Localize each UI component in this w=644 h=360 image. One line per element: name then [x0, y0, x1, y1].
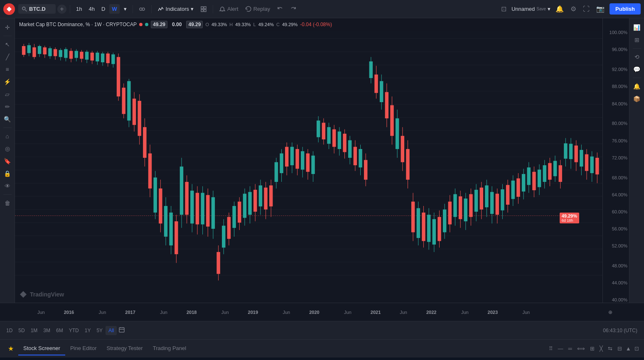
replay-button[interactable]: Replay	[243, 4, 273, 14]
date-range-button[interactable]	[117, 325, 127, 336]
alarm-icon[interactable]: 🔔	[554, 3, 565, 15]
svg-rect-90	[185, 182, 188, 215]
layouts-button[interactable]	[198, 4, 209, 14]
svg-rect-140	[317, 120, 320, 137]
settings-icon[interactable]: ⚙	[569, 3, 578, 15]
bookmark-tool[interactable]: ◎	[2, 143, 13, 154]
camera-icon[interactable]: 📷	[595, 3, 606, 15]
crosshair-tool[interactable]: ✛	[2, 22, 13, 33]
label-tool[interactable]: 👁	[2, 180, 13, 192]
footer-brand: OMP Finex	[0, 358, 644, 360]
undo-button[interactable]	[274, 4, 286, 14]
svg-rect-218	[522, 174, 525, 191]
time-axis: Jun 2016 Jun 2017 Jun 2018 Jun 2019 Jun …	[0, 303, 644, 321]
zoom-tool[interactable]: 🔍	[2, 113, 13, 125]
package-tool[interactable]: 📦	[631, 93, 643, 105]
draw-tool-cross[interactable]: ╳	[597, 344, 605, 353]
tab-pine-editor[interactable]: Pine Editor	[65, 342, 102, 355]
publish-button[interactable]: Publish	[610, 3, 641, 15]
unnamed-button[interactable]: Unnamed Save ▾	[511, 6, 551, 12]
period-5d[interactable]: 5D	[15, 326, 27, 335]
svg-rect-148	[338, 132, 341, 149]
price-badge-1: 49.29	[151, 21, 167, 28]
indicators-button[interactable]: Indicators ▾	[155, 4, 196, 14]
period-all[interactable]: All	[106, 326, 117, 335]
timeframe-d[interactable]: D	[99, 4, 108, 14]
grid-tool[interactable]: ⊞	[631, 34, 643, 46]
tradingview-watermark: TradingView	[19, 290, 64, 299]
open-label: O	[205, 22, 209, 27]
expand-icon[interactable]: ⛶	[581, 4, 591, 15]
svg-rect-78	[153, 177, 157, 212]
period-1y[interactable]: 1Y	[82, 326, 94, 335]
period-3m[interactable]: 3M	[40, 326, 53, 335]
timeframe-dropdown[interactable]: ▾	[121, 4, 129, 14]
svg-rect-178	[417, 208, 420, 238]
svg-rect-242	[585, 154, 588, 171]
svg-rect-226	[543, 165, 546, 182]
high-val: 49.33%	[235, 22, 251, 27]
fullscreen-icon[interactable]: ⊡	[499, 3, 508, 15]
time-label-2022: 2022	[426, 310, 436, 315]
draw-tool-steps[interactable]: ⊟	[615, 344, 624, 353]
draw-channel-tool[interactable]: ▱	[2, 88, 13, 100]
draw-ray-tool[interactable]: ⚡	[2, 76, 13, 88]
svg-rect-56	[96, 53, 99, 61]
lock-tool[interactable]: 🔖	[2, 155, 13, 167]
chat-tool[interactable]: 💬	[631, 64, 643, 75]
time-axis-icon[interactable]: ⊕	[608, 309, 612, 315]
favorite-button[interactable]: ★	[3, 341, 18, 356]
svg-rect-40	[54, 49, 57, 56]
eye-tool[interactable]: 🔒	[2, 168, 13, 179]
divider-2	[133, 5, 133, 13]
timeframe-4h[interactable]: 4h	[86, 4, 97, 14]
period-1d[interactable]: 1D	[3, 326, 15, 335]
draw-tool-dline[interactable]: ⟺	[575, 344, 587, 353]
svg-rect-138	[311, 156, 315, 174]
time-label-2017: 2017	[125, 310, 135, 315]
draw-tool-grid[interactable]: ⊞	[588, 344, 597, 353]
draw-horizontal-tool[interactable]: ≡	[2, 64, 13, 75]
symbol-search[interactable]: BTC.D	[18, 4, 56, 14]
period-ytd[interactable]: YTD	[66, 326, 82, 335]
tab-strategy-tester[interactable]: Strategy Tester	[101, 342, 147, 355]
draw-tool-hline[interactable]: ═	[566, 344, 574, 353]
period-5y[interactable]: 5Y	[93, 326, 106, 335]
period-6m[interactable]: 6M	[53, 326, 66, 335]
add-symbol-button[interactable]: +	[57, 5, 66, 14]
chart-type-tool[interactable]: 📊	[631, 22, 643, 33]
timeframe-w[interactable]: W	[109, 4, 119, 14]
collapse-up-button[interactable]: ▲	[624, 344, 633, 353]
time-label-jun18: Jun	[221, 310, 229, 315]
svg-rect-84	[169, 213, 172, 245]
tab-stock-screener[interactable]: Stock Screener	[18, 342, 65, 355]
svg-rect-162	[374, 75, 378, 93]
svg-rect-196	[464, 198, 467, 221]
svg-rect-142	[322, 123, 325, 140]
collapse-expand-button[interactable]: ⊡	[633, 344, 641, 353]
redo-button[interactable]	[288, 4, 299, 14]
period-1m[interactable]: 1M	[28, 326, 41, 335]
cursor-tool[interactable]: ↖	[2, 39, 13, 50]
draw-tool-line[interactable]: —	[556, 344, 565, 353]
time-label-2019: 2019	[248, 310, 258, 315]
svg-rect-232	[558, 165, 562, 182]
svg-rect-247	[119, 328, 124, 332]
alert-r-tool[interactable]: 🔔	[631, 81, 643, 92]
compare-button[interactable]	[136, 4, 148, 14]
svg-rect-152	[348, 140, 351, 158]
svg-rect-7	[204, 10, 206, 12]
draw-line-tool[interactable]: ╱	[2, 51, 13, 63]
draw-tool-dots[interactable]: ⠿	[547, 344, 555, 353]
alert-button[interactable]: Alert	[216, 4, 241, 14]
tab-trading-panel[interactable]: Trading Panel	[148, 342, 191, 355]
bottom-tabs: ★ Stock Screener Pine Editor Strategy Te…	[0, 339, 644, 358]
draw-tool-arrows[interactable]: ⇆	[606, 344, 615, 353]
time-label-jun19: Jun	[283, 310, 290, 315]
home-tool[interactable]: ⌂	[2, 130, 13, 142]
draw-pen-tool[interactable]: ✏	[2, 101, 13, 113]
svg-rect-136	[306, 153, 310, 171]
drawing-sync-tool[interactable]: ⟲	[631, 51, 643, 63]
timeframe-1h[interactable]: 1h	[74, 4, 84, 14]
delete-tool[interactable]: 🗑	[2, 197, 13, 209]
